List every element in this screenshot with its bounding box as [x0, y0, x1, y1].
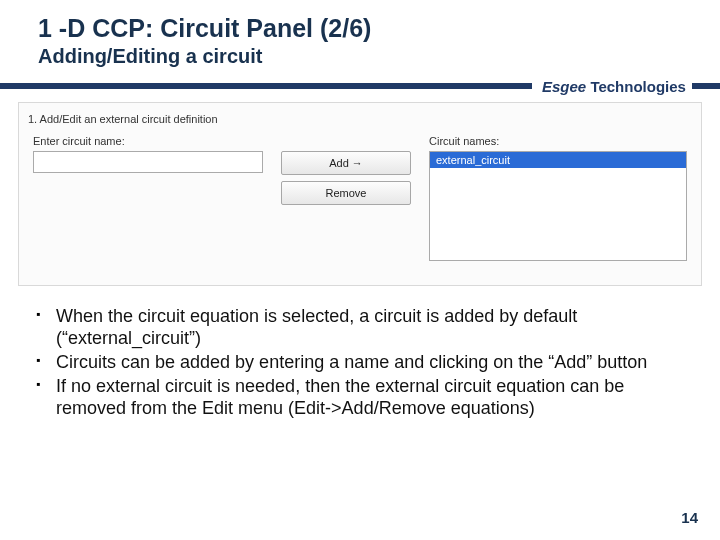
bullet-item: Circuits can be added by entering a name… [56, 352, 680, 374]
slide-subtitle: Adding/Editing a circuit [0, 45, 720, 76]
list-item[interactable]: external_circuit [430, 152, 686, 168]
divider-left [0, 83, 532, 89]
enter-circuit-label: Enter circuit name: [33, 135, 263, 147]
divider-row: Esgee Technologies [0, 76, 720, 96]
bullet-item: When the circuit equation is selected, a… [56, 306, 680, 350]
circuit-name-input[interactable] [33, 151, 263, 173]
description-bullets: When the circuit equation is selected, a… [56, 306, 680, 420]
brand-italic: Esgee [542, 78, 586, 95]
bullet-item: If no external circuit is needed, then t… [56, 376, 680, 420]
circuit-definition-panel: 1. Add/Edit an external circuit definiti… [18, 102, 702, 286]
divider-right [692, 83, 720, 89]
groupbox: 1. Add/Edit an external circuit definiti… [18, 102, 702, 286]
brand-bold: Technologies [590, 78, 686, 95]
remove-button[interactable]: Remove [281, 181, 411, 205]
circuit-names-listbox[interactable]: external_circuit [429, 151, 687, 261]
group-caption: 1. Add/Edit an external circuit definiti… [28, 113, 687, 125]
add-button[interactable]: Add → [281, 151, 411, 175]
circuit-names-label: Circuit names: [429, 135, 687, 147]
slide-title: 1 -D CCP: Circuit Panel (2/6) [0, 0, 720, 45]
page-number: 14 [681, 509, 698, 526]
brand-logo: Esgee Technologies [532, 78, 692, 95]
